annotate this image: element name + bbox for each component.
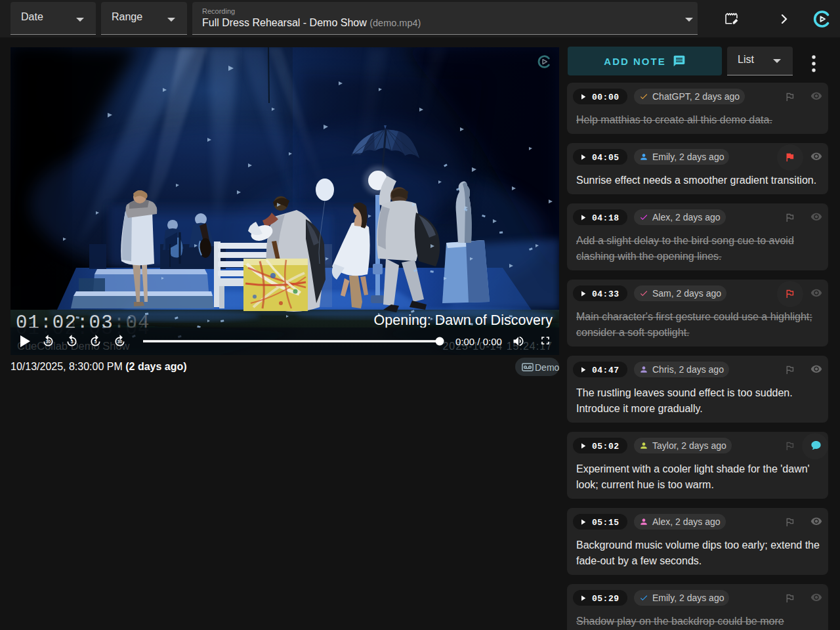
svg-text:5: 5	[94, 339, 97, 344]
svg-text:30: 30	[46, 339, 51, 344]
svg-text:5: 5	[71, 339, 74, 344]
svg-text:30: 30	[117, 339, 123, 344]
